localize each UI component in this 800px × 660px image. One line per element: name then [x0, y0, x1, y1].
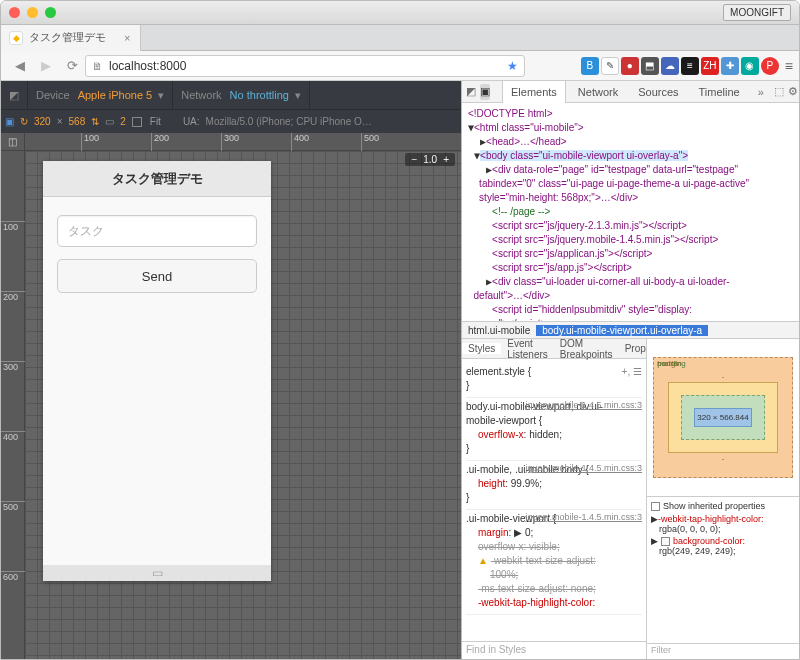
show-inherited-checkbox[interactable] — [651, 502, 660, 511]
device-home-handle: ▭ — [43, 565, 271, 581]
dom-line[interactable]: <!DOCTYPE html> — [468, 108, 552, 119]
dom-line[interactable]: <div data-role="page" id="testpage" data… — [468, 164, 749, 203]
styles-tab-breakpoints[interactable]: DOM Breakpoints — [554, 339, 619, 360]
task-input[interactable]: タスク — [57, 215, 257, 247]
ruler-tick: 300 — [221, 133, 239, 151]
prop-overridden[interactable]: -webkit-text-size-adjust: — [491, 555, 596, 566]
inspect-icon[interactable]: ◩ — [1, 81, 28, 109]
network-select[interactable]: Network No throttling ▾ — [173, 81, 310, 109]
prop-name[interactable]: -webkit-tap-highlight-color: — [478, 597, 595, 608]
dom-line[interactable]: <head>…</head> — [486, 136, 567, 147]
device-select[interactable]: Device Apple iPhone 5 ▾ — [28, 81, 173, 109]
breadcrumb-seg-active[interactable]: body.ui-mobile-viewport.ui-overlay-a — [536, 325, 708, 336]
ext-icon[interactable]: B — [581, 57, 599, 75]
zoom-out-icon[interactable]: − — [411, 154, 417, 165]
tab-sources[interactable]: Sources — [630, 81, 686, 103]
filter-input[interactable]: Filter — [647, 643, 799, 659]
prop-overridden[interactable]: -ms-text-size-adjust: none; — [478, 582, 642, 596]
tab-elements[interactable]: Elements — [502, 81, 566, 103]
computed-panel[interactable]: Show inherited properties ▶-webkit-tap-h… — [647, 496, 799, 643]
computed-prop[interactable]: background-color: — [673, 536, 745, 546]
breadcrumb-seg[interactable]: html.ui-mobile — [462, 325, 536, 336]
show-inherited-label: Show inherited properties — [663, 501, 765, 511]
prop-overridden[interactable]: overflow-x: visible; — [478, 540, 642, 554]
color-swatch-icon[interactable] — [661, 537, 670, 546]
dom-line[interactable]: <html class="ui-mobile"> — [474, 122, 584, 133]
ext-icon[interactable]: ☁ — [661, 57, 679, 75]
dom-line[interactable]: <script src="js/jquery.mobile-1.4.5.min.… — [492, 234, 718, 245]
ext-icon[interactable]: ✎ — [601, 57, 619, 75]
prop-overridden[interactable]: 100%; — [490, 568, 642, 582]
url-field[interactable]: 🗎 localhost:8000 ★ — [85, 55, 525, 77]
dom-line[interactable]: <script src="js/applican.js">​</​script> — [492, 248, 652, 259]
device-frame: タスク管理デモ タスク Send ▭ — [43, 161, 271, 581]
ext-icon[interactable]: ◉ — [741, 57, 759, 75]
dom-line[interactable]: <script src="js/app.js">​</​script> — [492, 262, 632, 273]
menu-icon[interactable]: ≡ — [785, 58, 793, 74]
close-tab-icon[interactable]: × — [124, 32, 130, 44]
profile-button[interactable]: MOONGIFT — [723, 4, 791, 21]
style-rule[interactable]: jquery.mobile-1.4.5.min.css:3 body.ui-mo… — [466, 398, 642, 461]
tab-timeline[interactable]: Timeline — [691, 81, 748, 103]
ext-icon[interactable]: ≡ — [681, 57, 699, 75]
prop-name[interactable]: overflow-x — [478, 429, 524, 440]
dims-x: × — [57, 116, 63, 127]
ext-icon[interactable]: ✚ — [721, 57, 739, 75]
ruler-corner: ◫ — [1, 133, 25, 151]
dom-line[interactable]: <script id="hiddenlpsubmitdiv" style="di… — [468, 304, 692, 321]
styles-tab-styles[interactable]: Styles — [462, 343, 501, 354]
ruler-vertical: 100 200 300 400 500 600 — [1, 151, 25, 659]
ext-icon[interactable]: ⬒ — [641, 57, 659, 75]
dom-comment[interactable]: <!-- /page --> — [492, 206, 550, 217]
traffic-close-icon[interactable] — [9, 7, 20, 18]
toggle-device-icon[interactable]: ▣ — [5, 116, 14, 127]
ext-icon[interactable]: ● — [621, 57, 639, 75]
prop-name[interactable]: height — [478, 478, 505, 489]
dom-body-selected[interactable]: <body class="ui-mobile-viewport ui-overl… — [480, 150, 688, 161]
dom-line[interactable]: <script src="js/jquery-2.1.3.min.js">​</… — [492, 220, 687, 231]
dom-breadcrumb[interactable]: html.ui-mobile body.ui-mobile-viewport.u… — [462, 321, 799, 339]
prop-value[interactable]: 99.9%; — [511, 478, 542, 489]
reload-button[interactable]: ⟳ — [60, 54, 84, 78]
settings-icon[interactable]: ⚙ — [788, 84, 798, 100]
swap-icon[interactable]: ⇅ — [91, 116, 99, 127]
back-button[interactable]: ◀ — [8, 54, 32, 78]
inspect-element-icon[interactable]: ◩ — [466, 84, 476, 100]
zoom-in-icon[interactable]: + — [443, 154, 449, 165]
toggle-device-mode-icon[interactable]: ▣ — [480, 84, 490, 100]
computed-prop[interactable]: -webkit-tap-highlight-color: — [658, 514, 764, 524]
traffic-min-icon[interactable] — [27, 7, 38, 18]
styles-body[interactable]: element.style { +, ☰ } jquery.mobile-1.4… — [462, 359, 646, 641]
style-rule[interactable]: jquery.mobile-1.4.5.min.css:3 .ui-mobile… — [466, 510, 642, 615]
find-in-styles[interactable]: Find in Styles — [462, 641, 646, 659]
dom-line[interactable]: <div class="ui-loader ui-corner-all ui-b… — [468, 276, 730, 301]
styles-tabs: Styles Event Listeners DOM Breakpoints P… — [462, 339, 646, 359]
ext-icon[interactable]: ZH — [701, 57, 719, 75]
width-field[interactable]: 320 — [34, 116, 51, 127]
star-icon[interactable]: ★ — [507, 59, 518, 73]
forward-button[interactable]: ▶ — [34, 54, 58, 78]
send-button[interactable]: Send — [57, 259, 257, 293]
console-toggle-icon[interactable]: ⬚ — [774, 84, 784, 100]
zoom-control[interactable]: − 1.0 + — [405, 153, 455, 166]
fit-checkbox[interactable] — [132, 117, 142, 127]
style-rule[interactable]: jquery.mobile-1.4.5.min.css:3 .ui-mobile… — [466, 461, 642, 510]
height-field[interactable]: 568 — [69, 116, 86, 127]
styles-tab-listeners[interactable]: Event Listeners — [501, 339, 554, 360]
ruler-tick: 600 — [1, 571, 25, 582]
dpr-value[interactable]: 2 — [120, 116, 126, 127]
rule-source[interactable]: jquery.mobile-1.4.5.min.css:3 — [526, 398, 642, 412]
rotate-icon[interactable]: ↻ — [20, 116, 28, 127]
prop-value[interactable]: hidden; — [529, 429, 562, 440]
browser-tab[interactable]: ◆ タスク管理デモ × — [1, 25, 141, 51]
traffic-max-icon[interactable] — [45, 7, 56, 18]
style-rule[interactable]: element.style { +, ☰ } — [466, 363, 642, 398]
ext-icon[interactable]: P — [761, 57, 779, 75]
rule-source[interactable]: jquery.mobile-1.4.5.min.css:3 — [526, 510, 642, 524]
styles-tab-properties[interactable]: Properties — [619, 343, 647, 354]
rule-source[interactable]: jquery.mobile-1.4.5.min.css:3 — [526, 461, 642, 475]
tabs-overflow-icon[interactable]: » — [752, 86, 770, 98]
ua-field[interactable]: Mozilla/5.0 (iPhone; CPU iPhone O… — [206, 116, 372, 127]
tab-network[interactable]: Network — [570, 81, 626, 103]
dom-tree[interactable]: <!DOCTYPE html> ▼<html class="ui-mobile"… — [462, 103, 799, 321]
